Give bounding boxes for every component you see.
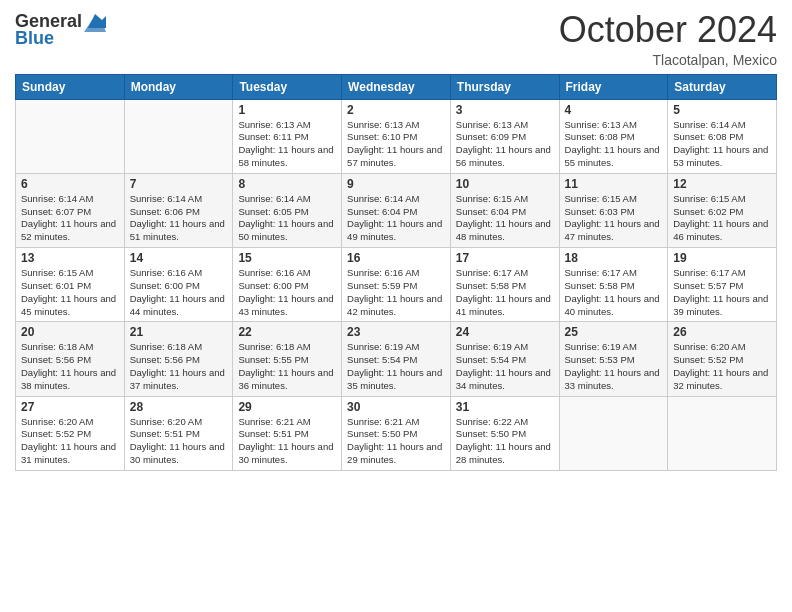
- day-header-friday: Friday: [559, 74, 668, 99]
- day-number: 28: [130, 400, 228, 414]
- day-info: Sunrise: 6:18 AMSunset: 5:56 PMDaylight:…: [21, 341, 119, 392]
- day-number: 3: [456, 103, 554, 117]
- day-number: 26: [673, 325, 771, 339]
- day-info: Sunrise: 6:19 AMSunset: 5:53 PMDaylight:…: [565, 341, 663, 392]
- day-info: Sunrise: 6:15 AMSunset: 6:04 PMDaylight:…: [456, 193, 554, 244]
- calendar-cell: 16Sunrise: 6:16 AMSunset: 5:59 PMDayligh…: [342, 248, 451, 322]
- day-number: 10: [456, 177, 554, 191]
- day-info: Sunrise: 6:17 AMSunset: 5:58 PMDaylight:…: [565, 267, 663, 318]
- day-info: Sunrise: 6:14 AMSunset: 6:07 PMDaylight:…: [21, 193, 119, 244]
- week-row-3: 13Sunrise: 6:15 AMSunset: 6:01 PMDayligh…: [16, 248, 777, 322]
- day-info: Sunrise: 6:19 AMSunset: 5:54 PMDaylight:…: [456, 341, 554, 392]
- day-number: 7: [130, 177, 228, 191]
- calendar-cell: 5Sunrise: 6:14 AMSunset: 6:08 PMDaylight…: [668, 99, 777, 173]
- logo: General Blue: [15, 10, 106, 49]
- day-header-monday: Monday: [124, 74, 233, 99]
- day-number: 2: [347, 103, 445, 117]
- calendar-cell: [559, 396, 668, 470]
- day-number: 24: [456, 325, 554, 339]
- day-info: Sunrise: 6:14 AMSunset: 6:06 PMDaylight:…: [130, 193, 228, 244]
- day-info: Sunrise: 6:20 AMSunset: 5:51 PMDaylight:…: [130, 416, 228, 467]
- calendar-cell: 21Sunrise: 6:18 AMSunset: 5:56 PMDayligh…: [124, 322, 233, 396]
- subtitle: Tlacotalpan, Mexico: [559, 52, 777, 68]
- calendar-cell: 9Sunrise: 6:14 AMSunset: 6:04 PMDaylight…: [342, 173, 451, 247]
- day-info: Sunrise: 6:16 AMSunset: 5:59 PMDaylight:…: [347, 267, 445, 318]
- title-section: October 2024 Tlacotalpan, Mexico: [559, 10, 777, 68]
- day-number: 13: [21, 251, 119, 265]
- calendar-cell: 31Sunrise: 6:22 AMSunset: 5:50 PMDayligh…: [450, 396, 559, 470]
- calendar-cell: 8Sunrise: 6:14 AMSunset: 6:05 PMDaylight…: [233, 173, 342, 247]
- day-number: 23: [347, 325, 445, 339]
- day-number: 29: [238, 400, 336, 414]
- day-info: Sunrise: 6:16 AMSunset: 6:00 PMDaylight:…: [130, 267, 228, 318]
- day-info: Sunrise: 6:18 AMSunset: 5:56 PMDaylight:…: [130, 341, 228, 392]
- day-number: 8: [238, 177, 336, 191]
- day-number: 22: [238, 325, 336, 339]
- day-header-sunday: Sunday: [16, 74, 125, 99]
- calendar-cell: 29Sunrise: 6:21 AMSunset: 5:51 PMDayligh…: [233, 396, 342, 470]
- calendar-cell: 23Sunrise: 6:19 AMSunset: 5:54 PMDayligh…: [342, 322, 451, 396]
- day-info: Sunrise: 6:13 AMSunset: 6:09 PMDaylight:…: [456, 119, 554, 170]
- day-info: Sunrise: 6:13 AMSunset: 6:10 PMDaylight:…: [347, 119, 445, 170]
- day-number: 12: [673, 177, 771, 191]
- day-number: 27: [21, 400, 119, 414]
- day-number: 30: [347, 400, 445, 414]
- calendar-cell: 20Sunrise: 6:18 AMSunset: 5:56 PMDayligh…: [16, 322, 125, 396]
- day-number: 14: [130, 251, 228, 265]
- day-number: 16: [347, 251, 445, 265]
- day-info: Sunrise: 6:14 AMSunset: 6:04 PMDaylight:…: [347, 193, 445, 244]
- day-number: 4: [565, 103, 663, 117]
- day-info: Sunrise: 6:17 AMSunset: 5:58 PMDaylight:…: [456, 267, 554, 318]
- day-header-tuesday: Tuesday: [233, 74, 342, 99]
- calendar-cell: 11Sunrise: 6:15 AMSunset: 6:03 PMDayligh…: [559, 173, 668, 247]
- day-header-thursday: Thursday: [450, 74, 559, 99]
- calendar-cell: 14Sunrise: 6:16 AMSunset: 6:00 PMDayligh…: [124, 248, 233, 322]
- page: General Blue October 2024 Tlacotalpan, M…: [0, 0, 792, 612]
- calendar-cell: 26Sunrise: 6:20 AMSunset: 5:52 PMDayligh…: [668, 322, 777, 396]
- day-number: 31: [456, 400, 554, 414]
- day-header-wednesday: Wednesday: [342, 74, 451, 99]
- calendar-cell: 2Sunrise: 6:13 AMSunset: 6:10 PMDaylight…: [342, 99, 451, 173]
- day-number: 1: [238, 103, 336, 117]
- day-number: 5: [673, 103, 771, 117]
- day-info: Sunrise: 6:15 AMSunset: 6:01 PMDaylight:…: [21, 267, 119, 318]
- day-info: Sunrise: 6:20 AMSunset: 5:52 PMDaylight:…: [673, 341, 771, 392]
- day-info: Sunrise: 6:15 AMSunset: 6:03 PMDaylight:…: [565, 193, 663, 244]
- day-info: Sunrise: 6:22 AMSunset: 5:50 PMDaylight:…: [456, 416, 554, 467]
- day-number: 9: [347, 177, 445, 191]
- day-number: 6: [21, 177, 119, 191]
- day-info: Sunrise: 6:15 AMSunset: 6:02 PMDaylight:…: [673, 193, 771, 244]
- calendar-cell: 30Sunrise: 6:21 AMSunset: 5:50 PMDayligh…: [342, 396, 451, 470]
- day-info: Sunrise: 6:21 AMSunset: 5:50 PMDaylight:…: [347, 416, 445, 467]
- day-info: Sunrise: 6:20 AMSunset: 5:52 PMDaylight:…: [21, 416, 119, 467]
- calendar-cell: 7Sunrise: 6:14 AMSunset: 6:06 PMDaylight…: [124, 173, 233, 247]
- day-info: Sunrise: 6:14 AMSunset: 6:08 PMDaylight:…: [673, 119, 771, 170]
- day-info: Sunrise: 6:17 AMSunset: 5:57 PMDaylight:…: [673, 267, 771, 318]
- day-number: 15: [238, 251, 336, 265]
- day-info: Sunrise: 6:13 AMSunset: 6:08 PMDaylight:…: [565, 119, 663, 170]
- calendar-cell: [124, 99, 233, 173]
- calendar-cell: 18Sunrise: 6:17 AMSunset: 5:58 PMDayligh…: [559, 248, 668, 322]
- calendar-cell: [16, 99, 125, 173]
- calendar-cell: 27Sunrise: 6:20 AMSunset: 5:52 PMDayligh…: [16, 396, 125, 470]
- week-row-4: 20Sunrise: 6:18 AMSunset: 5:56 PMDayligh…: [16, 322, 777, 396]
- logo-icon: [84, 10, 106, 32]
- week-row-2: 6Sunrise: 6:14 AMSunset: 6:07 PMDaylight…: [16, 173, 777, 247]
- day-number: 11: [565, 177, 663, 191]
- calendar-cell: 13Sunrise: 6:15 AMSunset: 6:01 PMDayligh…: [16, 248, 125, 322]
- day-info: Sunrise: 6:19 AMSunset: 5:54 PMDaylight:…: [347, 341, 445, 392]
- day-number: 25: [565, 325, 663, 339]
- calendar: SundayMondayTuesdayWednesdayThursdayFrid…: [15, 74, 777, 471]
- calendar-cell: 4Sunrise: 6:13 AMSunset: 6:08 PMDaylight…: [559, 99, 668, 173]
- day-info: Sunrise: 6:13 AMSunset: 6:11 PMDaylight:…: [238, 119, 336, 170]
- calendar-cell: [668, 396, 777, 470]
- calendar-cell: 19Sunrise: 6:17 AMSunset: 5:57 PMDayligh…: [668, 248, 777, 322]
- calendar-cell: 25Sunrise: 6:19 AMSunset: 5:53 PMDayligh…: [559, 322, 668, 396]
- week-row-1: 1Sunrise: 6:13 AMSunset: 6:11 PMDaylight…: [16, 99, 777, 173]
- calendar-cell: 15Sunrise: 6:16 AMSunset: 6:00 PMDayligh…: [233, 248, 342, 322]
- calendar-cell: 28Sunrise: 6:20 AMSunset: 5:51 PMDayligh…: [124, 396, 233, 470]
- day-info: Sunrise: 6:16 AMSunset: 6:00 PMDaylight:…: [238, 267, 336, 318]
- day-number: 20: [21, 325, 119, 339]
- calendar-cell: 24Sunrise: 6:19 AMSunset: 5:54 PMDayligh…: [450, 322, 559, 396]
- calendar-cell: 3Sunrise: 6:13 AMSunset: 6:09 PMDaylight…: [450, 99, 559, 173]
